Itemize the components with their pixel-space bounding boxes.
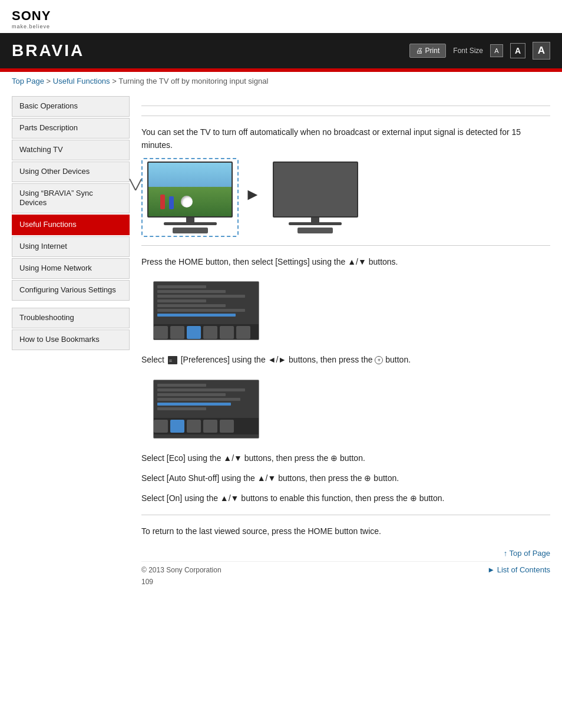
screenshot1-container (153, 281, 259, 340)
sidebar-item-useful-functions[interactable]: Useful Functions (12, 215, 130, 235)
breadcrumb-useful-functions[interactable]: Useful Functions (53, 77, 110, 85)
tv-on-group: ╲╱ (147, 162, 233, 233)
copyright: © 2013 Sony Corporation (141, 566, 222, 574)
tv-on-body (147, 162, 233, 233)
icon-box-2 (170, 326, 184, 339)
sidebar-item-parts-description[interactable]: Parts Description (12, 118, 130, 139)
sidebar-group-secondary: Troubleshooting How to Use Bookmarks (12, 308, 130, 350)
top-of-page-area: ↑ Top of Page (141, 545, 550, 561)
sidebar-item-configuring-settings[interactable]: Configuring Various Settings (12, 280, 130, 301)
tv-off-base (289, 222, 342, 225)
tv-off-screen (273, 162, 358, 218)
s2-icon-box-4 (203, 420, 217, 433)
screenshot2-container (153, 380, 259, 439)
bravia-logo: BRAVIA (12, 41, 84, 60)
divider-top (141, 106, 550, 106)
s2-menu-icons-row (154, 418, 259, 434)
divider-bottom (141, 515, 550, 515)
top-of-page-link[interactable]: ↑ Top of Page (504, 549, 550, 558)
sidebar-item-using-other-devices[interactable]: Using Other Devices (12, 162, 130, 182)
icon-box-3-selected (187, 326, 201, 339)
step1-text: Press the HOME button, then select [Sett… (141, 255, 550, 268)
screenshot1 (153, 281, 259, 340)
divider-mid (141, 245, 550, 246)
breadcrumb-top[interactable]: Top Page (12, 77, 44, 85)
sony-logo-area: SONY make.believe (0, 0, 562, 33)
signal-indicator: ╲╱ (130, 179, 141, 190)
menu-line-6 (157, 309, 245, 312)
tv-on-unit (147, 162, 233, 233)
sky (148, 163, 232, 187)
menu-line-highlighted (157, 314, 236, 317)
menu-line-1 (157, 285, 206, 288)
icon-box-6 (236, 326, 250, 339)
tv-off-group (273, 162, 358, 233)
menu-icons-row (154, 324, 259, 340)
screenshot1-menu (154, 282, 259, 322)
divider-top2 (141, 116, 550, 116)
input-device (173, 228, 208, 233)
list-of-contents-link[interactable]: ► List of Contents (487, 565, 550, 574)
screenshot2-menu (154, 380, 259, 416)
sidebar-item-bookmarks[interactable]: How to Use Bookmarks (12, 330, 130, 350)
print-button[interactable]: 🖨 Print (409, 44, 447, 58)
football (181, 196, 193, 207)
breadcrumb: Top Page > Useful Functions > Turning th… (0, 72, 562, 90)
tv-base (164, 222, 217, 225)
menu-line-5 (157, 304, 226, 307)
step3-text: Select [Eco] using the ▲/▼ buttons, then… (141, 452, 550, 465)
s2-menu-line-5 (157, 407, 206, 410)
s2-menu-line-4 (157, 398, 240, 401)
sidebar-item-basic-operations[interactable]: Basic Operations (12, 96, 130, 117)
icon-box-5 (220, 326, 234, 339)
tv-neck (186, 218, 194, 222)
sony-tagline: make.believe (12, 24, 550, 29)
main-content: You can set the TV to turn off automatic… (141, 90, 550, 591)
menu-line-3 (157, 295, 245, 298)
step5-text: Select [On] using the ▲/▼ buttons to ena… (141, 492, 550, 505)
tv-on-with-bracket (147, 162, 233, 233)
step2-text: Select ≡ [Preferences] using the ◄/► but… (141, 353, 550, 366)
circle-button-icon: + (375, 356, 383, 364)
s2-icon-box-1 (154, 420, 168, 433)
intro-text: You can set the TV to turn off automatic… (141, 126, 550, 152)
sony-brand: SONY (12, 8, 550, 24)
s2-icon-box-5 (220, 420, 234, 433)
menu-line-2 (157, 290, 226, 293)
s2-menu-line-3 (157, 393, 226, 396)
font-large-button[interactable]: A (533, 42, 550, 60)
sidebar-item-bravia-sync[interactable]: Using “BRAVIA” Sync Devices (12, 183, 130, 214)
font-size-label: Font Size (453, 47, 483, 55)
screenshot2 (153, 380, 259, 439)
tv-off-device (297, 228, 333, 233)
page-number: 109 (141, 574, 550, 591)
sidebar-item-troubleshooting[interactable]: Troubleshooting (12, 308, 130, 328)
arrow-right: ► (244, 185, 261, 204)
s2-menu-line-1 (157, 384, 206, 387)
step4-text: Select [Auto Shut-off] using the ▲/▼ but… (141, 472, 550, 485)
player1 (160, 195, 165, 209)
s2-menu-line-highlighted (157, 403, 231, 406)
tv-off-neck (311, 218, 319, 222)
sidebar-item-watching-tv[interactable]: Watching TV (12, 140, 130, 160)
breadcrumb-current: Turning the TV off by monitoring input s… (118, 77, 268, 85)
main-layout: Basic Operations Parts Description Watch… (0, 90, 562, 602)
sidebar-item-using-internet[interactable]: Using Internet (12, 236, 130, 257)
player2 (169, 196, 174, 209)
font-small-button[interactable]: A (490, 44, 503, 57)
tv-diagram: ╲╱ (147, 162, 550, 233)
font-medium-button[interactable]: A (510, 43, 525, 58)
print-icon: 🖨 (416, 47, 423, 55)
s2-menu-line-2 (157, 388, 245, 391)
header-bar: BRAVIA 🖨 Print Font Size A A A (0, 33, 562, 68)
footer: © 2013 Sony Corporation ► List of Conten… (141, 561, 550, 574)
sidebar: Basic Operations Parts Description Watch… (12, 90, 130, 591)
header-controls: 🖨 Print Font Size A A A (409, 42, 550, 60)
icon-box-4 (203, 326, 217, 339)
preferences-icon: ≡ (168, 356, 177, 364)
menu-line-4 (157, 299, 206, 302)
s2-icon-box-3 (187, 420, 201, 433)
icon-box-1 (154, 326, 168, 339)
s2-icon-box-2-selected (170, 420, 184, 433)
sidebar-item-home-network[interactable]: Using Home Network (12, 258, 130, 279)
